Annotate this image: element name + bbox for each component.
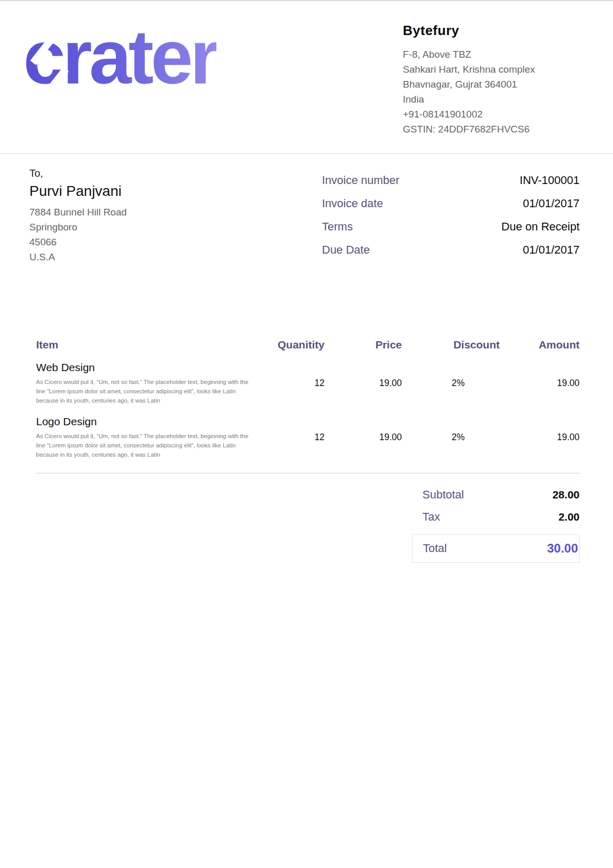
tax-label: Tax [422, 510, 440, 524]
subtotal-label: Subtotal [422, 488, 464, 502]
invoice-page: crater Bytefury F-8, Above TBZ Sahkari H… [0, 0, 613, 868]
due-date-label: Due Date [322, 243, 370, 257]
due-date-row: Due Date 01/01/2017 [322, 243, 580, 257]
company-info: Bytefury F-8, Above TBZ Sahkari Hart, Kr… [403, 23, 573, 153]
table-row: Logo Design As Cicero would put it, “Um,… [36, 415, 580, 459]
company-address-line: F-8, Above TBZ [403, 47, 573, 62]
invoice-date-row: Invoice date 01/01/2017 [322, 197, 580, 210]
invoice-meta: Invoice number INV-100001 Invoice date 0… [322, 174, 580, 266]
total-box: Total 30.00 [412, 534, 580, 563]
item-cell: Logo Design As Cicero would put it, “Um,… [36, 415, 258, 459]
item-name: Web Design [36, 361, 258, 374]
customer-name: Purvi Panjvani [29, 183, 127, 199]
terms-label: Terms [322, 220, 353, 233]
totals-section: Subtotal 28.00 Tax 2.00 Total 30.00 [412, 488, 580, 563]
column-header-price: Price [325, 339, 402, 351]
table-row: Web Design As Cicero would put it, “Um, … [36, 361, 580, 405]
item-amount: 19.00 [500, 361, 580, 405]
invoice-date-value: 01/01/2017 [523, 197, 580, 210]
due-date-value: 01/01/2017 [523, 243, 580, 257]
item-cell: Web Design As Cicero would put it, “Um, … [36, 361, 258, 405]
invoice-header: crater Bytefury F-8, Above TBZ Sahkari H… [0, 1, 613, 154]
bill-to-block: To, Purvi Panjvani 7884 Bunnel Hill Road… [29, 165, 127, 266]
crater-logo: crater [23, 15, 216, 153]
billing-section: To, Purvi Panjvani 7884 Bunnel Hill Road… [0, 154, 613, 266]
invoice-date-label: Invoice date [322, 197, 383, 210]
company-address-line: India [403, 92, 573, 107]
company-gstin: GSTIN: 24DDF7682FHVCS6 [403, 122, 573, 137]
total-value: 30.00 [547, 541, 578, 556]
customer-address-line: 7884 Bunnel Hill Road [29, 205, 127, 220]
item-amount: 19.00 [500, 415, 580, 459]
items-table-header: Item Quanitity Price Discount Amount [36, 339, 580, 351]
company-name: Bytefury [403, 23, 573, 39]
customer-address-line: Springboro [29, 220, 127, 235]
item-discount: 2% [402, 415, 500, 459]
subtotal-row: Subtotal 28.00 [412, 488, 580, 502]
subtotal-value: 28.00 [552, 489, 580, 501]
column-header-quantity: Quanitity [258, 339, 325, 351]
item-name: Logo Design [36, 415, 258, 428]
item-quantity: 12 [258, 415, 325, 459]
customer-address-line: U.S.A [29, 249, 127, 264]
column-header-item: Item [36, 339, 258, 351]
item-discount: 2% [402, 361, 500, 405]
table-bottom-divider [36, 473, 580, 474]
item-description: As Cicero would put it, “Um, not so fast… [36, 431, 253, 459]
customer-address-line: 45066 [29, 235, 127, 249]
column-header-discount: Discount [402, 339, 500, 351]
items-table: Item Quanitity Price Discount Amount Web… [0, 339, 613, 474]
terms-row: Terms Due on Receipt [322, 220, 580, 233]
item-quantity: 12 [258, 361, 325, 405]
column-header-amount: Amount [500, 339, 580, 351]
bill-to-label: To, [29, 165, 127, 181]
tax-row: Tax 2.00 [412, 510, 580, 524]
terms-value: Due on Receipt [501, 220, 580, 233]
invoice-number-value: INV-100001 [520, 174, 580, 187]
company-address-line: Bhavnagar, Gujrat 364001 [403, 77, 573, 92]
invoice-number-label: Invoice number [322, 174, 399, 187]
company-phone: +91-08141901002 [403, 107, 573, 122]
item-description: As Cicero would put it, “Um, not so fast… [36, 377, 253, 405]
invoice-number-row: Invoice number INV-100001 [322, 174, 580, 187]
item-price: 19.00 [325, 415, 402, 459]
item-price: 19.00 [325, 361, 402, 405]
total-label: Total [423, 542, 447, 555]
company-address-line: Sahkari Hart, Krishna complex [403, 62, 573, 77]
tax-value: 2.00 [558, 511, 580, 523]
